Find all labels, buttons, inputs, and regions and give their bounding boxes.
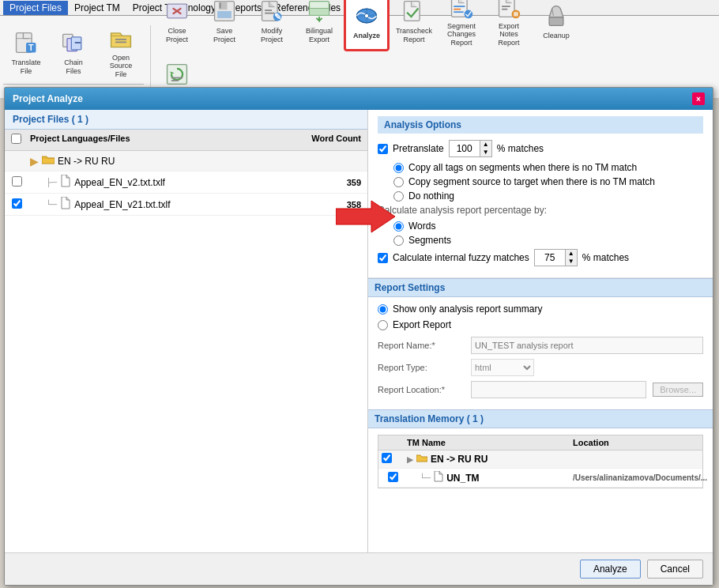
chain-files-button[interactable]: ChainFiles xyxy=(51,21,96,83)
report-type-select[interactable]: html xyxy=(471,359,534,376)
cleanup-button[interactable]: Cleanup xyxy=(533,0,579,51)
svg-rect-36 xyxy=(549,17,563,25)
right-panel: Analysis Options Pretranslate ▲ ▼ xyxy=(368,110,713,552)
analysis-options-section: Analysis Options Pretranslate ▲ ▼ xyxy=(368,110,713,278)
file-table: Project Languages/Files Word Count ▶ xyxy=(5,130,367,552)
pretranslate-checkbox[interactable] xyxy=(378,144,388,154)
export-report-label[interactable]: Export Report xyxy=(393,319,451,330)
tm-title: Translation Memory ( 1 ) xyxy=(368,410,713,428)
file-2-checkbox[interactable] xyxy=(12,198,22,209)
report-name-input[interactable] xyxy=(471,337,703,354)
menu-project-tm[interactable]: Project TM xyxy=(68,1,126,15)
internal-fuzzy-checkbox[interactable] xyxy=(378,253,388,263)
open-source-file-button[interactable]: Open SourceFile xyxy=(98,21,144,83)
words-label[interactable]: Words xyxy=(408,220,435,232)
segment-changes-button[interactable]: Segment ChangesReport xyxy=(439,0,484,51)
lang-group-label: EN -> RU RU xyxy=(58,156,115,167)
close-project-button[interactable]: CloseProject xyxy=(154,0,200,51)
list-item[interactable]: ▶ EN -> RU RU xyxy=(378,450,702,469)
svg-rect-7 xyxy=(115,39,126,40)
export-report-radio[interactable] xyxy=(378,320,388,330)
modify-project-button[interactable]: ✎ ModifyProject xyxy=(249,0,295,51)
cancel-button[interactable]: Cancel xyxy=(647,560,703,579)
tm-group-label: EN -> RU RU xyxy=(431,454,487,465)
svg-rect-15 xyxy=(220,3,221,9)
pretranslate-spinner[interactable]: ▲ ▼ xyxy=(449,140,492,157)
svg-rect-40 xyxy=(171,80,179,81)
show-summary-radio[interactable] xyxy=(378,304,388,315)
left-panel: Project Files ( 1 ) Project Languages/Fi… xyxy=(5,110,368,552)
report-location-input[interactable] xyxy=(471,381,646,398)
list-item[interactable]: └─ UN_TM /Users/alinani xyxy=(378,469,702,488)
svg-rect-14 xyxy=(217,11,232,18)
pretranslate-up-button[interactable]: ▲ xyxy=(480,141,491,149)
lang-group-wordcount xyxy=(304,160,367,163)
pretranslate-down-button[interactable]: ▼ xyxy=(480,149,491,156)
svg-rect-18 xyxy=(265,13,274,14)
menu-project-files[interactable]: Project Files xyxy=(3,1,68,15)
svg-rect-28 xyxy=(454,6,465,7)
dialog: Project Analyze × Project Files ( 1 ) xyxy=(4,87,715,584)
internal-fuzzy-label[interactable]: Calculate internal fuzzy matches xyxy=(393,252,529,263)
dialog-close-button[interactable]: × xyxy=(692,92,705,105)
folder-icon xyxy=(416,454,427,466)
browse-button[interactable]: Browse... xyxy=(653,383,703,397)
transcheck-button[interactable]: TranscheckReport xyxy=(391,0,437,51)
pretranslate-row: Pretranslate ▲ ▼ % matches xyxy=(378,140,703,157)
file-icon xyxy=(434,471,443,484)
do-nothing-row: Do nothing xyxy=(393,190,703,202)
file-1-checkbox[interactable] xyxy=(12,176,22,187)
export-notes-button[interactable]: Export NotesReport xyxy=(486,0,532,51)
fuzzy-down-button[interactable]: ▼ xyxy=(566,258,577,266)
calc-options: Words Segments xyxy=(393,220,703,246)
copy-source-label[interactable]: Copy segment source to target when there… xyxy=(408,176,655,187)
tm-table-header: TM Name Location xyxy=(378,435,703,450)
analyze-button[interactable]: Analyze xyxy=(344,0,390,51)
tm-col-location-header: Location xyxy=(573,438,699,447)
table-row[interactable]: └─ Appeal_EN_v21.txt.txlf 358 xyxy=(5,194,367,216)
fuzzy-up-button[interactable]: ▲ xyxy=(566,250,577,258)
dialog-title: Project Analyze xyxy=(13,93,83,104)
internal-fuzzy-input[interactable] xyxy=(535,250,565,266)
tm-1-location: /Users/alinanizamova/Documents/... xyxy=(573,473,699,482)
analysis-options-title: Analysis Options xyxy=(378,116,703,134)
do-nothing-label[interactable]: Do nothing xyxy=(408,190,454,202)
report-name-row: Report Name:* xyxy=(378,337,703,354)
words-radio[interactable] xyxy=(393,221,404,232)
translate-file-button[interactable]: T TranslateFile xyxy=(3,21,49,83)
svg-rect-17 xyxy=(265,9,272,11)
select-all-checkbox[interactable] xyxy=(11,134,21,144)
table-row[interactable]: ▶ EN -> RU RU xyxy=(5,151,367,172)
tm-section: TM Name Location ▶ xyxy=(368,428,713,495)
col-language-header: Project Languages/Files xyxy=(27,132,304,148)
tm-1-checkbox[interactable] xyxy=(388,472,398,482)
copy-tags-radio[interactable] xyxy=(393,163,404,173)
copy-tags-label[interactable]: Copy all tags on segments when there is … xyxy=(408,162,637,173)
analyze-button-label: Analyze xyxy=(353,32,380,40)
dialog-title-bar: Project Analyze × xyxy=(5,88,713,110)
col-wordcount-header: Word Count xyxy=(304,132,367,148)
segments-radio[interactable] xyxy=(393,236,404,246)
svg-rect-39 xyxy=(171,77,183,79)
segments-label[interactable]: Segments xyxy=(408,235,451,246)
show-summary-label[interactable]: Show only analysis report summary xyxy=(393,303,542,315)
pretranslate-input[interactable] xyxy=(450,141,480,156)
pretranslate-label[interactable]: Pretranslate xyxy=(393,143,444,154)
svg-rect-22 xyxy=(310,9,329,16)
internal-fuzzy-spinner[interactable]: ▲ ▼ xyxy=(534,249,578,266)
folder-icon: ▶ xyxy=(30,155,39,168)
tm-group-checkbox[interactable] xyxy=(382,453,392,463)
analyze-footer-button[interactable]: Analyze xyxy=(580,560,641,579)
report-type-label: Report Type: xyxy=(378,363,465,372)
tm-1-label: UN_TM xyxy=(446,473,479,484)
save-project-button[interactable]: SaveProject xyxy=(201,0,247,51)
bilingual-export-button[interactable]: BilingualExport xyxy=(296,0,342,51)
svg-point-31 xyxy=(465,9,473,18)
svg-text:T: T xyxy=(28,43,34,52)
table-row[interactable]: ├─ Appeal_EN_v2.txt.txlf 359 xyxy=(5,172,367,194)
copy-source-radio[interactable] xyxy=(393,177,404,187)
project-files-title: Project Files ( 1 ) xyxy=(5,110,367,130)
do-nothing-radio[interactable] xyxy=(393,191,404,202)
report-name-label: Report Name:* xyxy=(378,341,465,350)
copy-source-row: Copy segment source to target when there… xyxy=(393,176,703,187)
